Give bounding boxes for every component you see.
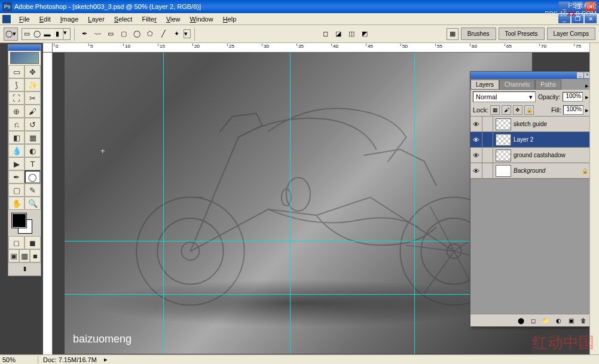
layer-thumbnail[interactable]: [496, 149, 511, 161]
layer-name[interactable]: Background: [514, 167, 582, 174]
fill-slider-button[interactable]: ▸: [585, 106, 589, 114]
eyedropper-tool[interactable]: ✎: [25, 183, 41, 197]
layer-row[interactable]: 👁sketch guide: [470, 117, 591, 132]
slice-tool[interactable]: ✂: [25, 91, 41, 105]
ps-menu-icon[interactable]: [2, 15, 11, 23]
foreground-color[interactable]: [12, 213, 26, 228]
heal-tool[interactable]: ⊕: [8, 105, 25, 118]
tab-layer-comps[interactable]: Layer Comps: [547, 27, 595, 40]
shape-rect-icon[interactable]: ▭: [22, 29, 32, 39]
move-tool[interactable]: ✥: [25, 65, 41, 78]
tool-preset-picker[interactable]: ◯▾: [4, 27, 18, 41]
vertical-ruler[interactable]: [43, 53, 53, 354]
menu-edit[interactable]: Edit: [35, 14, 56, 24]
notes-tool[interactable]: ▢: [8, 183, 25, 197]
eraser-tool[interactable]: ◧: [8, 131, 25, 144]
shape-col-icon[interactable]: ▮: [53, 29, 62, 39]
ruler-origin[interactable]: [43, 43, 53, 53]
rrect-shape-icon[interactable]: ▢: [118, 28, 130, 40]
blend-mode-select[interactable]: Normal▾: [473, 91, 536, 102]
zoom-level[interactable]: 50%: [0, 356, 38, 363]
adjustment-layer-button[interactable]: ◐: [553, 316, 564, 325]
shape-row-icon[interactable]: ▬: [42, 29, 52, 39]
layer-row[interactable]: 👁Background🔒: [470, 163, 591, 179]
new-layer-button[interactable]: ▣: [566, 316, 576, 325]
opacity-slider-button[interactable]: ▸: [585, 93, 589, 101]
blur-tool[interactable]: 💧: [8, 144, 25, 157]
layer-thumbnail[interactable]: [496, 118, 511, 130]
shape-tool[interactable]: ◯: [25, 170, 41, 183]
vertical-scrollbar[interactable]: [589, 43, 599, 354]
freeform-pen-icon[interactable]: 〰: [91, 28, 103, 40]
menu-layer[interactable]: Layer: [83, 14, 109, 24]
layer-name[interactable]: Layer 2: [514, 136, 582, 143]
guide-horizontal[interactable]: [65, 294, 532, 295]
tab-layers[interactable]: Layers: [470, 79, 499, 90]
zoom-tool[interactable]: 🔍: [25, 197, 41, 210]
standard-mode-button[interactable]: ◻: [8, 236, 25, 249]
panel-minimize-button[interactable]: _: [577, 72, 583, 78]
rect-shape-icon[interactable]: ▭: [105, 28, 117, 40]
hand-tool[interactable]: ✋: [8, 197, 25, 210]
combine-add-icon[interactable]: ◻: [319, 28, 331, 40]
menu-view[interactable]: View: [161, 14, 185, 24]
line-shape-icon[interactable]: ╱: [157, 28, 169, 40]
guide-vertical[interactable]: [290, 53, 291, 354]
shape-picker-dropdown[interactable]: ▾: [184, 29, 191, 38]
lock-transparency-icon[interactable]: ▦: [490, 105, 500, 115]
layer-thumbnail[interactable]: [496, 134, 511, 146]
menu-window[interactable]: Window: [185, 14, 218, 24]
fill-input[interactable]: 100%: [563, 105, 583, 115]
polygon-shape-icon[interactable]: ⬠: [144, 28, 156, 40]
guide-vertical[interactable]: [414, 53, 415, 354]
opacity-input[interactable]: 100%: [563, 92, 583, 102]
menu-file[interactable]: FFileile: [14, 14, 35, 24]
doc-size[interactable]: Doc: 7.15M/16.7M: [38, 356, 102, 363]
guide-horizontal[interactable]: [65, 241, 532, 241]
shape-options-dropdown[interactable]: ▾: [63, 29, 70, 39]
layer-row[interactable]: 👁Layer 2: [470, 132, 591, 148]
pen-tool[interactable]: ✒: [8, 170, 25, 183]
link-toggle[interactable]: [482, 117, 493, 132]
history-brush-tool[interactable]: ↺: [25, 118, 41, 131]
layer-style-button[interactable]: ⬤: [515, 316, 526, 325]
menu-select[interactable]: Select: [109, 14, 137, 24]
lock-position-icon[interactable]: ✥: [513, 105, 522, 115]
visibility-toggle[interactable]: 👁: [470, 163, 482, 179]
path-select-tool[interactable]: ▶: [8, 157, 25, 170]
panel-titlebar[interactable]: _ ×: [470, 72, 591, 79]
visibility-toggle[interactable]: 👁: [470, 117, 482, 132]
wand-tool[interactable]: ✨: [25, 78, 41, 91]
layer-set-button[interactable]: 📁: [540, 316, 551, 325]
ellipse-shape-icon[interactable]: ◯: [131, 28, 143, 40]
layer-mask-button[interactable]: ◻: [528, 316, 539, 325]
link-toggle[interactable]: [482, 148, 493, 163]
guide-vertical[interactable]: [163, 53, 164, 354]
link-toggle[interactable]: [482, 163, 493, 179]
document-canvas[interactable]: + baizuomeng: [65, 53, 532, 354]
menu-help[interactable]: Help: [218, 14, 242, 24]
tab-brushes[interactable]: Brushes: [461, 27, 496, 40]
tab-paths[interactable]: Paths: [535, 79, 561, 90]
marquee-tool[interactable]: ▭: [8, 65, 25, 78]
menu-filter[interactable]: Filter: [137, 14, 161, 24]
layer-thumbnail[interactable]: [496, 165, 511, 177]
horizontal-ruler[interactable]: 051015202530354045505560657075: [43, 43, 589, 53]
visibility-toggle[interactable]: 👁: [470, 148, 482, 163]
shape-ellipse-icon[interactable]: ◯: [32, 29, 42, 39]
lock-all-icon[interactable]: 🔒: [524, 105, 534, 115]
brush-tool[interactable]: 🖌: [25, 105, 41, 118]
layer-row[interactable]: 👁ground castshadow: [470, 148, 591, 163]
lasso-tool[interactable]: ⟆: [8, 78, 25, 91]
tab-channels[interactable]: Channels: [499, 79, 535, 90]
gradient-tool[interactable]: ▦: [25, 131, 41, 144]
screen-full-button[interactable]: ■: [30, 249, 41, 262]
delete-layer-button[interactable]: 🗑: [578, 316, 589, 325]
visibility-toggle[interactable]: 👁: [470, 132, 482, 148]
dodge-tool[interactable]: ◐: [25, 144, 41, 157]
lock-pixels-icon[interactable]: 🖌: [502, 105, 511, 115]
screen-menubar-button[interactable]: ▦: [19, 249, 30, 262]
layer-name[interactable]: sketch guide: [514, 121, 582, 127]
status-menu-arrow[interactable]: ▸: [102, 356, 110, 363]
layer-name[interactable]: ground castshadow: [514, 152, 582, 158]
